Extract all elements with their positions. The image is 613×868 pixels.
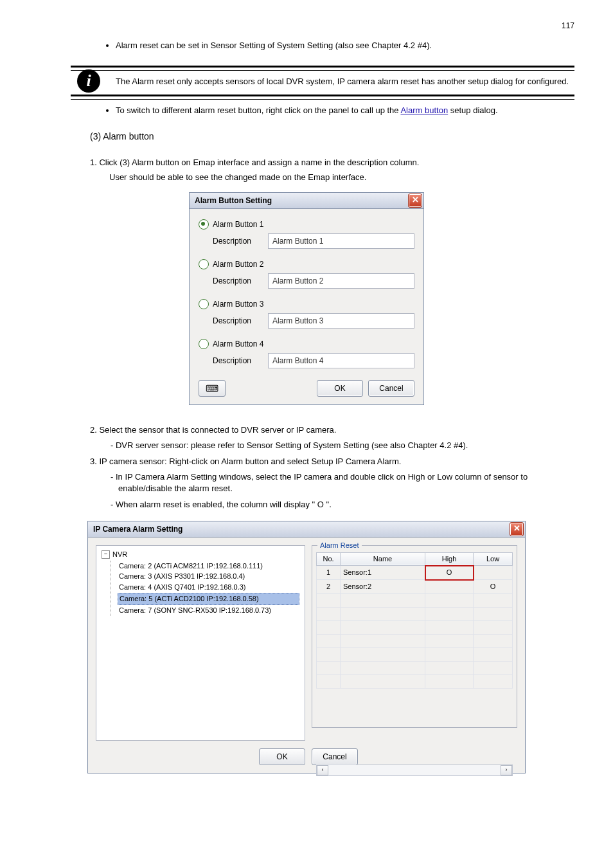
desc-label-4: Description <box>213 356 268 366</box>
radio-alarm-4[interactable] <box>199 339 209 349</box>
step-2-dash: DVR server sensor: please refer to Senso… <box>109 440 574 451</box>
cancel-button[interactable]: Cancel <box>368 380 414 397</box>
radio-label-4: Alarm Button 4 <box>213 339 263 349</box>
tree-item-selected[interactable]: Camera: 5 (ACTi ACD2100 IP:192.168.0.58) <box>118 593 299 605</box>
radio-label-2: Alarm Button 2 <box>213 259 263 269</box>
alarm-button-setting-dialog: Alarm Button Setting ✕ Alarm Button 1 De… <box>189 192 424 406</box>
step-3: 3. IP camera sensor: Right-click on Alar… <box>90 456 574 467</box>
table-row[interactable]: 2 Sensor:2 O <box>317 580 513 594</box>
bullet-1: Alarm reset can be set in Sensor Setting… <box>116 40 574 51</box>
section-label: (3) Alarm button <box>90 131 574 143</box>
info-icon: i <box>77 69 100 93</box>
table-row <box>317 661 513 674</box>
table-row <box>317 674 513 688</box>
desc-input-2[interactable]: Alarm Button 2 <box>268 273 414 289</box>
alarm-reset-group: Alarm Reset No. Name High Low 1 Sensor:1… <box>312 545 517 728</box>
camera-tree[interactable]: − NVR Camera: 2 (ACTi ACM8211 IP:192.168… <box>96 545 305 741</box>
step-3-dash-a: In IP Camera Alarm Setting windows, sele… <box>109 471 574 494</box>
step-2: 2. Select the sensor that is connected t… <box>90 424 574 436</box>
radio-label-3: Alarm Button 3 <box>213 299 263 309</box>
tree-item[interactable]: Camera: 3 (AXIS P3301 IP:192.168.0.4) <box>118 571 299 582</box>
desc-label-2: Description <box>213 276 268 286</box>
desc-input-4[interactable]: Alarm Button 4 <box>268 353 414 368</box>
desc-label-3: Description <box>213 316 268 326</box>
desc-input-3[interactable]: Alarm Button 3 <box>268 313 414 329</box>
table-row <box>317 620 513 634</box>
col-high[interactable]: High <box>425 552 474 565</box>
alarm-reset-legend: Alarm Reset <box>317 541 362 550</box>
keyboard-icon[interactable]: ⌨ <box>199 380 226 397</box>
note-line: The Alarm reset only accepts sensors of … <box>116 76 574 87</box>
radio-label-1: Alarm Button 1 <box>213 219 263 230</box>
radio-alarm-1[interactable] <box>199 219 209 230</box>
radio-alarm-2[interactable] <box>199 259 209 269</box>
ok-button[interactable]: OK <box>317 380 363 397</box>
dialog2-title: IP Camera Alarm Setting <box>93 524 182 534</box>
tree-item[interactable]: Camera: 2 (ACTi ACM8211 IP:192.168.0.111… <box>118 561 299 572</box>
table-row <box>317 647 513 661</box>
horizontal-scrollbar[interactable]: ‹ › <box>316 764 513 776</box>
radio-alarm-3[interactable] <box>199 299 209 309</box>
col-name[interactable]: Name <box>341 552 425 565</box>
sensor1-high-cell: O <box>425 566 474 580</box>
sensor-table: No. Name High Low 1 Sensor:1 O 2 <box>316 552 513 689</box>
tree-item[interactable]: Camera: 7 (SONY SNC-RX530 IP:192.168.0.7… <box>118 605 299 616</box>
table-row <box>317 607 513 620</box>
link-4-10-6[interactable]: Alarm button <box>400 105 448 115</box>
desc-input-1[interactable]: Alarm Button 1 <box>268 233 414 249</box>
close-icon[interactable]: ✕ <box>510 522 524 536</box>
tree-item[interactable]: Camera: 4 (AXIS Q7401 IP:192.168.0.3) <box>118 582 299 593</box>
dialog1-title: Alarm Button Setting <box>195 195 272 206</box>
col-low[interactable]: Low <box>474 552 513 565</box>
tree-root-label: NVR <box>112 550 127 559</box>
close-icon[interactable]: ✕ <box>408 194 422 208</box>
table-row[interactable]: 1 Sensor:1 O <box>317 566 513 580</box>
table-row <box>317 634 513 647</box>
table-row <box>317 593 513 607</box>
scroll-left-icon[interactable]: ‹ <box>317 765 328 775</box>
step-1-sub: User should be able to see the changed m… <box>109 172 574 183</box>
page-number: 117 <box>562 21 574 31</box>
step-1: 1. Click (3) Alarm button on Emap interf… <box>90 157 574 168</box>
bullet-2: To switch to different alarm reset butto… <box>116 105 574 116</box>
scroll-right-icon[interactable]: › <box>501 765 512 775</box>
tree-collapse-icon[interactable]: − <box>102 550 110 559</box>
ok-button[interactable]: OK <box>259 748 305 765</box>
cancel-button[interactable]: Cancel <box>312 748 358 765</box>
ip-camera-alarm-setting-dialog: IP Camera Alarm Setting ✕ − NVR Camera: … <box>87 521 526 773</box>
col-no[interactable]: No. <box>317 552 341 565</box>
desc-label-1: Description <box>213 236 268 246</box>
step-3-dash-b: When alarm reset is enabled, the column … <box>109 499 574 511</box>
